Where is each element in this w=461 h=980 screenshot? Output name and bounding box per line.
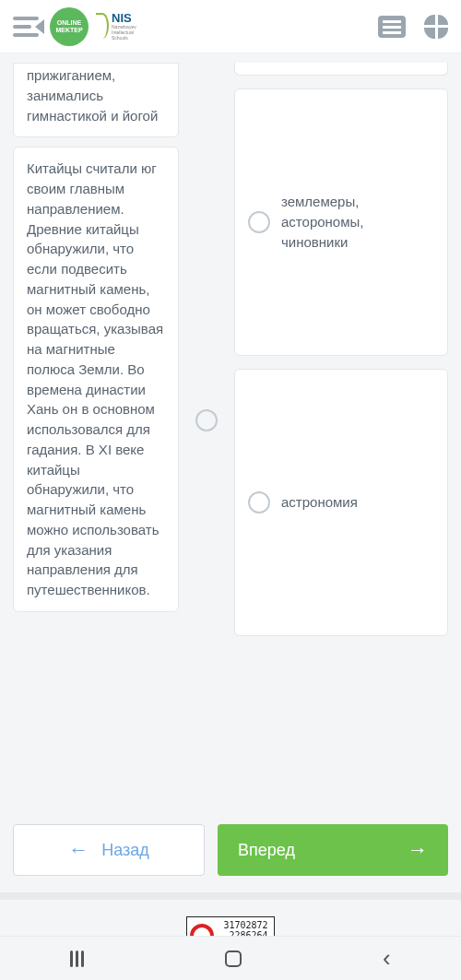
left-item-0-text: прижиганием, занимались гимнастикой и йо… — [27, 67, 158, 124]
match-radio-right-0[interactable] — [248, 211, 270, 233]
language-globe-icon[interactable] — [424, 15, 448, 39]
matching-columns: прижиганием, занимались гимнастикой и йо… — [13, 63, 448, 636]
middle-radio-column — [192, 63, 221, 431]
right-item-prev-tail — [234, 63, 448, 76]
header-right — [378, 15, 448, 39]
right-item-1-text: астрономия — [281, 492, 358, 513]
system-navigation-bar: ‹ — [0, 936, 461, 980]
right-item-1[interactable]: астрономия — [234, 369, 448, 636]
content-area: прижиганием, занимались гимнастикой и йо… — [0, 53, 461, 819]
nis-swoosh-icon — [96, 13, 109, 39]
stamp-n1: 31702872 — [221, 920, 267, 930]
system-recent-icon[interactable] — [70, 950, 84, 967]
arrow-left-icon: ← — [68, 838, 89, 862]
arrow-right-icon: → — [408, 838, 428, 862]
match-radio-left-1[interactable] — [195, 409, 218, 431]
right-item-0-text: землемеры, асторономы, чиновники — [281, 192, 434, 252]
nis-logo: NIS Nazarbayev Intellectual Schools — [96, 13, 136, 41]
back-button-label: Назад — [101, 841, 149, 860]
system-back-icon[interactable]: ‹ — [383, 944, 391, 973]
section-divider — [0, 892, 461, 900]
logo-text-bottom: MEKTEP — [55, 27, 82, 34]
right-item-0[interactable]: землемеры, асторономы, чиновники — [234, 89, 448, 356]
nis-sub3: Schools — [112, 35, 136, 41]
nis-sub2: Intellectual — [112, 30, 136, 35]
app-header: ONLINE MEKTEP NIS Nazarbayev Intellectua… — [0, 0, 461, 53]
nis-label: NIS — [112, 13, 136, 24]
system-home-icon[interactable] — [225, 950, 242, 967]
left-column: прижиганием, занимались гимнастикой и йо… — [13, 63, 179, 612]
header-left: ONLINE MEKTEP NIS Nazarbayev Intellectua… — [13, 7, 136, 46]
left-item-0[interactable]: прижиганием, занимались гимнастикой и йо… — [13, 63, 179, 137]
right-column: землемеры, асторономы, чиновники астроно… — [234, 63, 448, 636]
online-mektep-logo[interactable]: ONLINE MEKTEP — [50, 7, 89, 46]
left-item-1[interactable]: Китайцы считали юг своим главным направл… — [13, 147, 179, 612]
forward-button-label: Вперед — [238, 841, 295, 860]
logo-text-top: ONLINE — [57, 19, 81, 27]
match-radio-right-1[interactable] — [248, 491, 270, 514]
menu-collapse-icon[interactable] — [13, 17, 39, 37]
list-icon[interactable] — [378, 16, 406, 38]
forward-button[interactable]: Вперед → — [218, 824, 448, 876]
back-button[interactable]: ← Назад — [13, 824, 205, 876]
navigation-buttons: ← Назад Вперед → — [0, 824, 461, 876]
nis-sub1: Nazarbayev — [112, 24, 136, 30]
left-item-1-text: Китайцы считали юг своим главным направл… — [27, 160, 163, 597]
